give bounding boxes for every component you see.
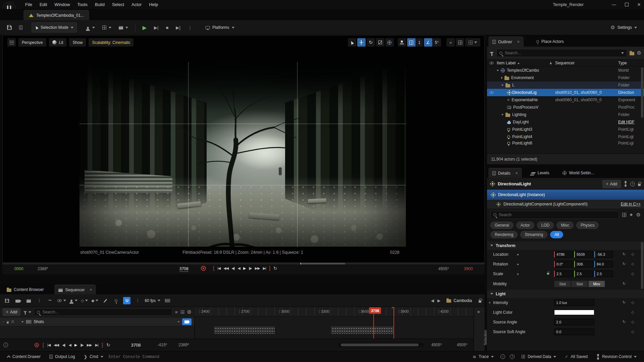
snap-options-kebab[interactable]: ⋮ [134,297,141,304]
chevron-down-icon[interactable] [621,52,624,54]
actions-dropdown[interactable] [69,299,77,302]
add-actor-dropdown[interactable] [83,22,98,33]
maximize-viewport-dropdown[interactable] [465,38,480,47]
reset-to-default-icon[interactable]: ↻ [623,252,626,256]
sequencer-column-icon[interactable] [549,61,552,65]
fps-dropdown[interactable]: 60 fps [145,298,160,303]
viewport-options-menu[interactable] [7,38,16,47]
scrub-current-frame[interactable]: 3708 [179,266,189,272]
favorites-icon[interactable]: ★ [629,212,633,217]
timeline-scrollbar-track[interactable] [338,343,424,347]
eject-button[interactable]: ▶] [173,22,183,33]
outliner-row[interactable]: PointLight3 PointLigl [487,126,644,133]
shot-clip[interactable] [214,326,275,334]
viewport-layout-button[interactable] [456,38,464,47]
transform-section-header[interactable]: Transform [487,241,644,250]
expand-icon[interactable] [501,114,503,115]
mobility-movable-button[interactable]: Mov [588,281,605,287]
step-forward-button[interactable]: |▶ [80,343,83,347]
location-x-field[interactable]: 4786 [554,251,573,258]
rotation-x-field[interactable]: 0.0° [554,261,573,267]
play-button[interactable]: ▶ [140,22,150,33]
expand-icon[interactable] [501,77,503,79]
outliner-row[interactable]: PostProcessV PostProc [487,104,644,111]
mobility-static-button[interactable]: Stat [554,281,571,287]
tab-details[interactable]: Details × [488,168,522,178]
editor-modes-button[interactable] [16,22,25,33]
play-forward-button[interactable]: ▶ [74,343,77,347]
details-settings-icon[interactable] [636,212,641,218]
outliner-scrollbar[interactable] [641,67,643,118]
jump-to-start-button[interactable]: |◀ [47,343,50,347]
camera-cut-toggle[interactable] [182,318,192,325]
edit-in-cpp-link[interactable]: Edit in C++ [621,202,641,206]
location-z-field[interactable]: -56.3 [594,251,613,258]
source-angle-field[interactable]: 2.0 [554,319,594,325]
close-icon[interactable]: × [516,171,518,176]
timeline-scrollbar-thumb[interactable] [341,344,419,346]
keyframe-diamond-icon[interactable]: ◇ [631,329,634,334]
world-space-toggle[interactable] [385,38,394,47]
view-range-start[interactable]: -415* [158,343,167,347]
sequencer-add-button[interactable]: + Add [3,308,20,316]
display-options-icon[interactable] [622,213,626,217]
track-filter-dropdown[interactable] [23,311,31,313]
visibility-column-icon[interactable] [490,62,494,64]
outliner-settings-icon[interactable] [637,50,641,56]
blueprint-convert-icon[interactable] [625,182,626,186]
close-icon[interactable]: × [90,288,92,292]
location-dropdown-icon[interactable] [517,254,519,256]
jump-to-start-button[interactable]: |◀ [217,266,220,270]
row-sequencer-binding[interactable]: shot0010_01, shot0060_0 [555,90,615,95]
sequencer-save-button[interactable] [3,297,11,304]
play-forward-button[interactable]: ▶ [243,266,246,270]
curves-button[interactable] [46,297,54,304]
jump-to-end-button[interactable]: ▶| [263,266,266,270]
info-icon[interactable] [3,343,8,347]
track-search-input[interactable] [42,310,169,314]
jump-back-button[interactable]: ◀◀ [54,343,59,347]
playhead-flag[interactable]: 3708 [369,307,381,314]
filter-chip-actor[interactable]: Actor [516,222,534,229]
outliner-row[interactable]: TemplesOfCambo World [487,67,644,74]
auto-key-dropdown[interactable]: ◆ [91,298,98,303]
filter-chip-streaming[interactable]: Streaming [520,231,547,238]
playback-end-marker[interactable] [393,307,394,339]
add-component-button[interactable]: + Add [602,180,621,188]
menu-select[interactable]: Select [108,0,128,9]
expand-icon[interactable] [489,302,491,304]
outliner-row[interactable]: L Folder [487,81,644,89]
working-range-in[interactable]: 2389* [178,343,189,347]
new-folder-icon[interactable] [630,52,634,55]
soft-angle-field[interactable]: 0.0 [554,328,594,335]
track-settings-icon[interactable] [187,309,192,315]
rotation-dropdown-icon[interactable] [517,264,519,265]
cinematic-scrub-bar[interactable]: 0000 2389* 3708 [ |◀ ◀◀ ◀| ◀ ▶ |▶ ▶▶ ▶| … [2,263,485,274]
jump-back-button[interactable]: ◀◀ [223,266,228,270]
tab-sequencer[interactable]: Sequencer × [54,285,96,295]
history-back-button[interactable]: ◀ [431,298,434,303]
scrub-range-track[interactable] [2,263,485,264]
close-button[interactable]: × [637,1,641,8]
location-y-field[interactable]: 5509 [574,251,593,258]
tab-place-actors[interactable]: Place Actors [532,37,568,47]
keyframe-diamond-icon[interactable]: ◇ [631,320,634,324]
selection-mode-dropdown[interactable]: Selection Mode [32,22,77,33]
step-back-button[interactable]: ◀| [62,343,65,347]
play-reverse-button[interactable]: ◀ [237,266,240,270]
scale-lock-icon[interactable] [547,273,549,275]
record-button[interactable] [201,266,206,271]
console-command-input[interactable] [109,355,209,359]
menu-help[interactable]: Help [145,0,162,9]
scalability-warning[interactable]: Scalability: Cinematic [89,38,133,47]
details-search-input[interactable] [499,213,616,217]
filter-chip-lod[interactable]: LOD [537,222,554,229]
menu-build[interactable]: Build [91,0,108,9]
column-sequencer[interactable]: Sequencer [555,61,575,65]
perspective-dropdown[interactable]: Perspective [18,38,46,47]
scale-y-field[interactable]: 2.5 [574,270,593,277]
revision-control-dropdown[interactable]: Revision Control [593,351,640,362]
sequencer-lock-icon[interactable] [479,300,481,303]
play-reverse-button[interactable]: ◀ [68,343,71,347]
outliner-row-selected[interactable]: DirectionalLig shot0010_01, shot0060_0 D… [487,89,644,96]
